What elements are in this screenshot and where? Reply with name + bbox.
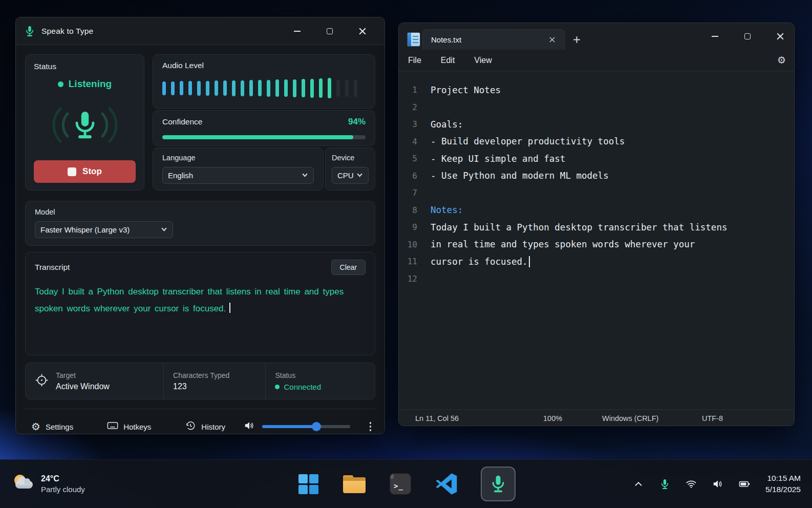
desktop: Speak to Type Status Listening <box>0 0 812 508</box>
wifi-icon[interactable] <box>686 478 697 490</box>
weather-temperature: 24°C <box>41 474 85 483</box>
vscode-button[interactable] <box>435 472 458 496</box>
encoding[interactable]: UTF-8 <box>702 414 794 422</box>
editor-line: 4- Build developer productivity tools <box>399 133 794 151</box>
app-mic-icon <box>24 26 35 37</box>
tab-notes-txt[interactable]: Notes.txt <box>422 29 565 50</box>
device-label: Device <box>332 154 354 162</box>
device-select[interactable]: CPU <box>332 167 369 184</box>
close-button[interactable] <box>771 29 790 44</box>
maximize-button[interactable] <box>320 24 339 39</box>
more-options-button[interactable] <box>366 419 376 434</box>
line-text: - Keep UI simple and fast <box>431 154 565 164</box>
minimize-button[interactable] <box>705 29 724 44</box>
target-stat: Target Active Window <box>26 363 163 399</box>
transcript-label: Transcript <box>35 263 70 272</box>
menu-file[interactable]: File <box>407 54 422 67</box>
cursor-position: Ln 11, Col 56 <box>415 414 543 422</box>
line-number: 12 <box>399 274 417 284</box>
mic-graphic <box>34 90 136 160</box>
volume-slider-thumb[interactable] <box>312 422 321 431</box>
audio-bar-inactive <box>336 79 340 97</box>
clear-button[interactable]: Clear <box>331 260 366 275</box>
window-title: Speak to Type <box>41 27 93 36</box>
language-card: Language English <box>153 147 324 190</box>
audio-bar <box>302 79 305 97</box>
editor-line: 3Goals: <box>399 116 794 133</box>
terminal-button[interactable]: >_ <box>389 472 412 496</box>
battery-icon[interactable] <box>739 478 750 490</box>
history-button[interactable]: History <box>179 416 231 434</box>
hotkeys-button[interactable]: Hotkeys <box>101 416 157 434</box>
close-button[interactable] <box>353 24 372 39</box>
transcript-text[interactable]: Today I built a Python desktop transcrib… <box>35 283 366 317</box>
audio-level-bars <box>162 74 366 102</box>
audio-bar <box>258 80 262 96</box>
editor-line: 1Project Notes <box>399 81 794 99</box>
file-explorer-button[interactable] <box>343 472 366 496</box>
line-number: 8 <box>399 205 417 215</box>
settings-button[interactable]: ⚙ Settings <box>25 417 79 434</box>
start-button[interactable] <box>296 472 320 496</box>
minimize-button[interactable] <box>287 24 307 39</box>
language-select[interactable]: English <box>162 167 314 184</box>
audio-bar <box>284 79 288 97</box>
editor-line: 2 <box>399 99 794 116</box>
model-card: Model Faster Whisper (Large v3) <box>25 201 375 246</box>
audio-bar <box>162 81 166 95</box>
volume-icon[interactable] <box>712 478 723 490</box>
line-number: 10 <box>399 240 417 249</box>
confidence-label: Confidence <box>162 117 202 126</box>
menu-edit[interactable]: Edit <box>440 54 456 67</box>
speak-to-type-taskbar-button[interactable] <box>481 467 516 501</box>
audio-bar <box>241 80 244 96</box>
confidence-value: 94% <box>348 117 366 127</box>
partly-cloudy-icon <box>13 475 35 493</box>
volume-slider[interactable] <box>262 425 350 428</box>
notepad-editor[interactable]: 1Project Notes23Goals:4- Build developer… <box>399 71 794 409</box>
audio-bar <box>171 81 175 95</box>
microphone-icon <box>70 110 100 140</box>
audio-bar <box>188 81 192 95</box>
confidence-bar <box>162 135 366 139</box>
speak-titlebar: Speak to Type <box>16 17 384 45</box>
editor-line: 8Notes: <box>399 202 794 219</box>
line-ending[interactable]: Windows (CRLF) <box>602 414 702 422</box>
model-select[interactable]: Faster Whisper (Large v3) <box>35 221 173 238</box>
transcript-card: Transcript Clear Today I built a Python … <box>25 252 375 355</box>
clock-widget[interactable]: 10:15 AM 5/18/2025 <box>765 473 801 495</box>
text-caret <box>229 303 230 313</box>
notepad-app-icon <box>407 32 420 47</box>
maximize-button[interactable] <box>738 29 757 44</box>
status-card: Status Listening <box>25 54 144 190</box>
target-crosshair-icon <box>35 373 49 389</box>
language-label: Language <box>162 154 196 162</box>
stop-button[interactable]: Stop <box>34 160 136 183</box>
menu-view[interactable]: View <box>473 54 493 67</box>
line-number: 6 <box>399 171 417 181</box>
line-text: - Use Python and modern ML models <box>431 171 609 181</box>
chevron-down-icon <box>356 171 363 180</box>
status-label: Status <box>34 62 136 71</box>
characters-stat: Characters Typed 123 <box>163 363 265 399</box>
toolbar-divider <box>25 409 375 409</box>
folder-icon <box>343 475 366 493</box>
device-card: Device CPU <box>325 147 375 190</box>
zoom-level[interactable]: 100% <box>543 414 602 422</box>
line-text: - Build developer productivity tools <box>431 136 625 146</box>
bottom-toolbar: ⚙ Settings Hotkeys History <box>25 415 375 434</box>
tab-close-icon[interactable] <box>546 34 558 46</box>
settings-gear-icon[interactable]: ⚙ <box>777 54 786 66</box>
editor-line: 5- Keep UI simple and fast <box>399 150 794 167</box>
weather-widget[interactable]: 24°C Partly cloudy <box>5 474 93 494</box>
vscode-icon <box>435 472 458 496</box>
notepad-titlebar: Notes.txt <box>399 23 794 50</box>
new-tab-button[interactable] <box>569 32 584 47</box>
mic-icon <box>489 475 507 493</box>
tray-chevron-up-icon[interactable] <box>633 478 644 490</box>
audio-bar <box>197 81 201 96</box>
tray-mic-icon[interactable] <box>659 479 670 490</box>
line-text: Goals: <box>431 119 463 130</box>
editor-line: 10in real time and types spoken words wh… <box>399 236 794 253</box>
editor-line: 7 <box>399 184 794 202</box>
